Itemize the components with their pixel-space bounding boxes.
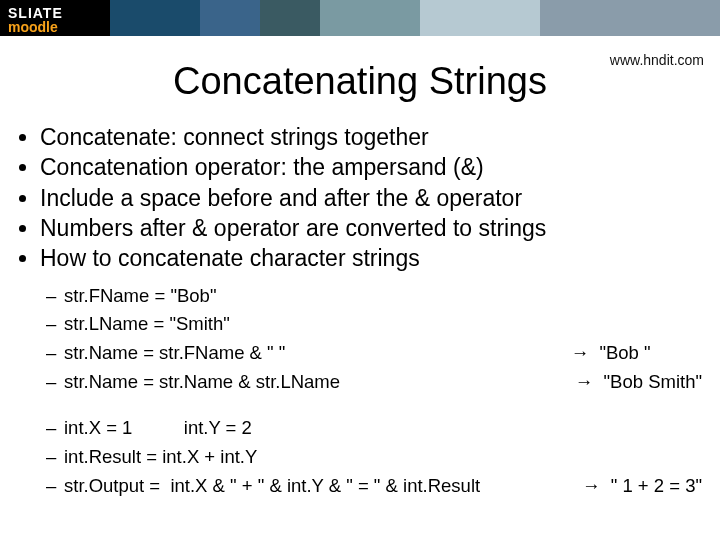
sub-list-b: int.X = 1 int.Y = 2 int.Result = int.X +… bbox=[18, 414, 702, 500]
banner-line1: SLIATE bbox=[8, 6, 63, 20]
bullet-item: Numbers after & operator are converted t… bbox=[40, 213, 702, 243]
bullet-item: How to concatenate character strings bbox=[40, 243, 702, 273]
sub-item: str.Output = int.X & " + " & int.Y & " =… bbox=[46, 472, 702, 501]
banner-logo-text: SLIATE moodle bbox=[8, 6, 63, 34]
sub-item-result: → "Bob " bbox=[571, 339, 702, 368]
sub-item: str.LName = "Smith" bbox=[46, 310, 702, 339]
sub-item: str.Name = str.FName & " " → "Bob " bbox=[46, 339, 702, 368]
bullet-item: Concatenation operator: the ampersand (&… bbox=[40, 152, 702, 182]
main-bullet-list: Concatenate: connect strings together Co… bbox=[18, 122, 702, 274]
sub-item-result: → "Bob Smith" bbox=[575, 368, 702, 397]
bullet-item: Include a space before and after the & o… bbox=[40, 183, 702, 213]
header-banner: SLIATE moodle bbox=[0, 0, 720, 36]
sub-item-code: str.Output = int.X & " + " & int.Y & " =… bbox=[64, 472, 582, 501]
sub-item: str.FName = "Bob" bbox=[46, 282, 702, 311]
slide-body: Concatenate: connect strings together Co… bbox=[0, 122, 720, 501]
sub-item-code: str.LName = "Smith" bbox=[64, 310, 702, 339]
banner-line2: moodle bbox=[8, 20, 63, 34]
sub-item-code: str.Name = str.FName & " " bbox=[64, 339, 571, 368]
sub-item: int.Result = int.X + int.Y bbox=[46, 443, 702, 472]
sub-item: int.X = 1 int.Y = 2 bbox=[46, 414, 702, 443]
sub-item: str.Name = str.Name & str.LName → "Bob S… bbox=[46, 368, 702, 397]
slide-title: Concatenating Strings bbox=[0, 60, 720, 103]
sub-item-code: str.Name = str.Name & str.LName bbox=[64, 368, 575, 397]
sub-item-code: str.FName = "Bob" bbox=[64, 282, 702, 311]
sub-item-code: int.Result = int.X + int.Y bbox=[64, 443, 702, 472]
sub-item-code: int.X = 1 int.Y = 2 bbox=[64, 414, 702, 443]
bullet-item: Concatenate: connect strings together bbox=[40, 122, 702, 152]
sub-list-a: str.FName = "Bob" str.LName = "Smith" st… bbox=[18, 282, 702, 397]
sub-item-result: → " 1 + 2 = 3" bbox=[582, 472, 702, 501]
